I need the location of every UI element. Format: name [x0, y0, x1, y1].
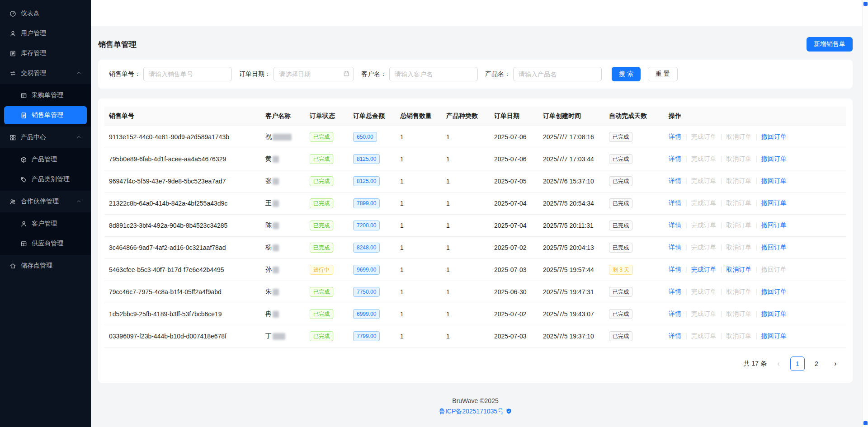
detail-link[interactable]: 详情 — [669, 266, 681, 273]
customer-input[interactable] — [389, 67, 478, 81]
customer-initial: 孙 — [265, 266, 272, 273]
quantity-cell: 1 — [396, 259, 442, 281]
sidebar-item-label: 储存点管理 — [21, 262, 52, 270]
supplier-icon — [20, 240, 27, 247]
sidebar-item-suppliers[interactable]: 供应商管理 — [4, 235, 87, 253]
detail-link[interactable]: 详情 — [669, 133, 681, 140]
icp-link[interactable]: 鲁ICP备2025171035号 — [439, 408, 504, 416]
scroll-up-button[interactable] — [863, 2, 868, 6]
sales-no-input[interactable] — [143, 67, 232, 81]
actions-cell: 详情|完成订单|取消订单|撤回订单 — [664, 325, 846, 347]
withdraw-order-link[interactable]: 撤回订单 — [761, 288, 787, 295]
withdraw-order-link[interactable]: 撤回订单 — [761, 177, 787, 184]
sidebar-item-customers[interactable]: 客户管理 — [4, 215, 87, 233]
withdraw-order-link[interactable]: 撤回订单 — [761, 133, 787, 140]
actions-cell: 详情|完成订单|取消订单|撤回订单 — [664, 259, 846, 281]
table-row: 5463cfee-b5c3-40f7-b17d-f7e6e42b4495 孙 进… — [104, 259, 846, 281]
page-footer: BruWave ©2025 鲁ICP备2025171035号 — [98, 397, 853, 425]
cancel-order-link: 取消订单 — [726, 332, 751, 339]
sidebar-group-transactions[interactable]: 交易管理 — [4, 64, 87, 82]
transaction-icon — [9, 70, 16, 77]
withdraw-order-link[interactable]: 撤回订单 — [761, 310, 787, 317]
customer-initial: 祝 — [265, 133, 272, 140]
withdraw-order-link[interactable]: 撤回订单 — [761, 155, 787, 162]
withdraw-order-link[interactable]: 撤回订单 — [761, 199, 787, 206]
sidebar-group-products[interactable]: 产品中心 — [4, 128, 87, 146]
sidebar-item-storage[interactable]: 储存点管理 — [4, 257, 87, 275]
customer-initial: 陈 — [265, 221, 272, 229]
column-header: 操作 — [664, 107, 846, 126]
complete-order-link[interactable]: 完成订单 — [691, 266, 717, 273]
order-date-input[interactable] — [274, 67, 354, 81]
dashboard-icon — [9, 10, 16, 17]
pagination-next-button[interactable]: › — [828, 357, 843, 371]
action-separator: | — [721, 332, 722, 339]
detail-link[interactable]: 详情 — [669, 221, 681, 229]
sidebar-item-label: 销售单管理 — [32, 111, 63, 119]
complete-order-link: 完成订单 — [691, 310, 717, 317]
withdraw-order-link[interactable]: 撤回订单 — [761, 221, 787, 229]
detail-link[interactable]: 详情 — [669, 332, 681, 339]
pagination-page-1[interactable]: 1 — [790, 357, 805, 371]
order-id-cell: 3c464866-9ad7-4af2-ad16-0c321aaf78ad — [104, 237, 261, 259]
order-id-cell: 79cc46c7-7975-4c8a-b1f4-05ff2a4f9abd — [104, 281, 261, 303]
action-separator: | — [721, 266, 722, 273]
pagination-prev-button: ‹ — [771, 357, 786, 371]
detail-link[interactable]: 详情 — [669, 310, 681, 317]
page-header: 销售单管理 新增销售单 — [98, 37, 853, 52]
product-types-cell: 1 — [442, 237, 490, 259]
sales-order-table-card: 销售单号客户名称订单状态订单总金额总销售数量产品种类数订单日期订单创建时间自动完… — [98, 99, 853, 383]
detail-link[interactable]: 详情 — [669, 288, 681, 295]
complete-order-link: 完成订单 — [691, 155, 717, 162]
sidebar-item-label: 库存管理 — [21, 49, 46, 57]
product-input[interactable] — [513, 67, 602, 81]
reset-button[interactable]: 重 置 — [648, 67, 678, 81]
scrollbar[interactable] — [862, 0, 868, 427]
add-sales-order-button[interactable]: 新增销售单 — [807, 37, 853, 52]
status-tag: 进行中 — [310, 265, 333, 275]
submenu-partners: 客户管理 供应商管理 — [0, 212, 91, 255]
auto-complete-tag: 已完成 — [609, 176, 632, 186]
table-row: 96947f4c-5f59-43e7-9de8-5bc523ea7ad7 张 已… — [104, 170, 846, 192]
sales-order-icon — [20, 112, 27, 119]
detail-link[interactable]: 详情 — [669, 244, 681, 251]
action-separator: | — [755, 155, 757, 162]
created-at-cell: 2025/7/6 15:37:10 — [538, 170, 604, 192]
withdraw-order-link[interactable]: 撤回订单 — [761, 332, 787, 339]
action-separator: | — [755, 310, 757, 317]
sidebar-item-dashboard[interactable]: 仪表盘 — [4, 5, 87, 23]
scroll-down-button[interactable] — [863, 421, 868, 425]
complete-order-link: 完成订单 — [691, 332, 717, 339]
sidebar-item-purchase-orders[interactable]: 采购单管理 — [4, 86, 87, 104]
sidebar-item-label: 供应商管理 — [32, 239, 63, 248]
order-date-cell: 2025-07-03 — [490, 325, 538, 347]
filter-product: 产品名： — [485, 67, 602, 81]
user-icon — [9, 30, 16, 37]
actions-cell: 详情|完成订单|取消订单|撤回订单 — [664, 170, 846, 192]
sidebar-item-product-categories[interactable]: 产品类别管理 — [4, 170, 87, 188]
order-id-cell: 03396097-f23b-444b-b10d-d007418e678f — [104, 325, 261, 347]
complete-order-link: 完成订单 — [691, 177, 717, 184]
search-button[interactable]: 搜 索 — [612, 67, 641, 81]
sidebar-item-users[interactable]: 用户管理 — [4, 24, 87, 42]
sidebar-item-sales-orders[interactable]: 销售单管理 — [4, 106, 87, 124]
sidebar-item-inventory[interactable]: 库存管理 — [4, 44, 87, 62]
status-tag: 已完成 — [310, 309, 333, 319]
pagination-page-2[interactable]: 2 — [809, 357, 824, 371]
detail-link[interactable]: 详情 — [669, 199, 681, 206]
order-date-cell: 2025-07-04 — [490, 192, 538, 215]
withdraw-order-link[interactable]: 撤回订单 — [761, 244, 787, 251]
sidebar-group-partners[interactable]: 合作伙伴管理 — [4, 192, 87, 211]
redacted-customer-name — [273, 267, 279, 273]
order-date-cell: 2025-07-06 — [490, 126, 538, 148]
detail-link[interactable]: 详情 — [669, 177, 681, 184]
detail-link[interactable]: 详情 — [669, 155, 681, 162]
product-types-cell: 1 — [442, 126, 490, 148]
sidebar-item-product-management[interactable]: 产品管理 — [4, 150, 87, 169]
cancel-order-link[interactable]: 取消订单 — [726, 266, 751, 273]
action-separator: | — [721, 288, 722, 295]
customer-cell: 孙 — [261, 259, 305, 281]
order-id-cell: 9113e152-44c0-4e81-90d9-a2d589a1743b — [104, 126, 261, 148]
order-date-cell: 2025-06-30 — [490, 281, 538, 303]
sidebar-item-label: 用户管理 — [21, 29, 46, 38]
